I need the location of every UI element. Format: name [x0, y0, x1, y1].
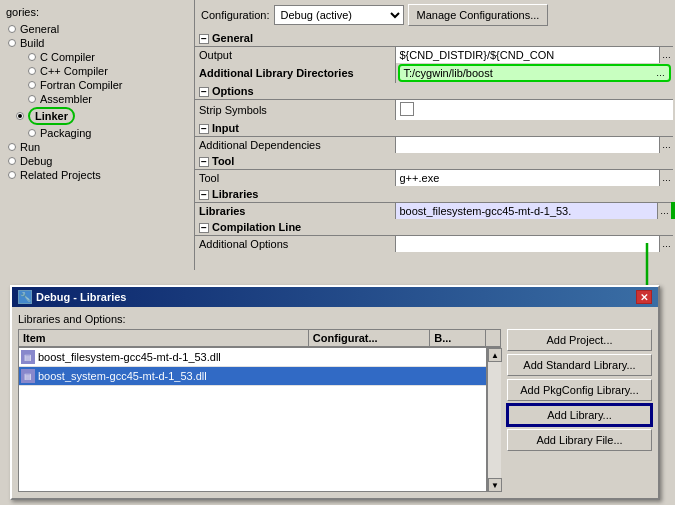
manage-configurations-button[interactable]: Manage Configurations...	[408, 4, 549, 26]
col-header-config: Configurat...	[309, 330, 430, 346]
prop-row-add-deps: Additional Dependencies …	[195, 137, 673, 154]
sidebar-item-c-compiler[interactable]: C Compiler	[0, 50, 194, 64]
list-item[interactable]: ▤ boost_filesystem-gcc45-mt-d-1_53.dll	[19, 348, 486, 367]
sidebar-label-related-projects: Related Projects	[20, 169, 101, 181]
add-library-file-button[interactable]: Add Library File...	[507, 429, 652, 451]
dialog-buttons: Add Project... Add Standard Library... A…	[507, 329, 652, 492]
section-header-compilation: −Compilation Line	[195, 219, 673, 236]
collapse-libraries[interactable]: −	[199, 190, 209, 200]
radio-general	[8, 25, 16, 33]
collapse-compilation[interactable]: −	[199, 223, 209, 233]
add-standard-library-button[interactable]: Add Standard Library...	[507, 354, 652, 376]
output-edit-btn[interactable]: …	[659, 47, 673, 63]
list-scrollbar[interactable]: ▲ ▼	[487, 348, 501, 492]
list-item-label-1: boost_system-gcc45-mt-d-1_53.dll	[38, 370, 484, 382]
prop-row-libraries: Libraries boost_filesystem-gcc45-mt-d-1_…	[195, 203, 673, 220]
prop-name-add-deps: Additional Dependencies	[195, 137, 395, 154]
section-header-options: −Options	[195, 83, 673, 100]
left-panel: gories: General Build C Compiler C++ Com…	[0, 0, 195, 270]
sidebar-item-run[interactable]: Run	[0, 140, 194, 154]
radio-c-compiler	[28, 53, 36, 61]
prop-name-output: Output	[195, 47, 395, 64]
prop-value-add-lib-dirs[interactable]: T:/cygwin/lib/boost …	[398, 64, 672, 82]
libraries-edit-btn[interactable]: …	[657, 203, 671, 219]
libraries-value: boost_filesystem-gcc45-mt-d-1_53.	[400, 205, 572, 217]
prop-name-strip-symbols: Strip Symbols	[195, 100, 395, 121]
collapse-tool[interactable]: −	[199, 157, 209, 167]
scroll-track	[488, 362, 501, 478]
radio-debug	[8, 157, 16, 165]
collapse-general[interactable]: −	[199, 34, 209, 44]
prop-name-add-options: Additional Options	[195, 236, 395, 253]
radio-run	[8, 143, 16, 151]
add-deps-edit-btn[interactable]: …	[659, 137, 673, 153]
section-general: −General	[195, 30, 673, 47]
dialog-title-left: 🔧 Debug - Libraries	[18, 290, 126, 304]
sidebar-item-cpp-compiler[interactable]: C++ Compiler	[0, 64, 194, 78]
sidebar-item-general[interactable]: General	[0, 22, 194, 36]
col-header-b: B...	[430, 330, 486, 346]
debug-libraries-dialog: 🔧 Debug - Libraries ✕ Libraries and Opti…	[10, 285, 660, 500]
right-panel: Configuration: Debug (active) Manage Con…	[195, 0, 675, 270]
prop-value-strip-symbols	[395, 100, 673, 121]
add-options-edit-btn[interactable]: …	[659, 236, 673, 252]
tool-value: g++.exe	[400, 172, 440, 184]
dialog-body: Item Configurat... B... ▤ boost_filesyst…	[18, 329, 652, 492]
prop-value-add-deps[interactable]: …	[395, 137, 673, 154]
collapse-options[interactable]: −	[199, 87, 209, 97]
section-options: −Options	[195, 83, 673, 100]
config-bar: Configuration: Debug (active) Manage Con…	[195, 0, 675, 30]
main-window: gories: General Build C Compiler C++ Com…	[0, 0, 675, 505]
prop-row-strip-symbols: Strip Symbols	[195, 100, 673, 121]
add-project-button[interactable]: Add Project...	[507, 329, 652, 351]
section-header-input: −Input	[195, 120, 673, 137]
prop-value-libraries[interactable]: boost_filesystem-gcc45-mt-d-1_53. …	[395, 203, 673, 220]
section-compilation: −Compilation Line	[195, 219, 673, 236]
section-input: −Input	[195, 120, 673, 137]
dialog-list-container: Item Configurat... B... ▤ boost_filesyst…	[18, 329, 501, 492]
sidebar-item-debug[interactable]: Debug	[0, 154, 194, 168]
scroll-up-arrow[interactable]: ▲	[488, 348, 502, 362]
sidebar-item-related-projects[interactable]: Related Projects	[0, 168, 194, 182]
dialog-title: Debug - Libraries	[36, 291, 126, 303]
prop-row-add-lib-dirs: Additional Library Directories T:/cygwin…	[195, 63, 673, 83]
prop-value-tool[interactable]: g++.exe …	[395, 170, 673, 187]
add-pkgconfig-library-button[interactable]: Add PkgConfig Library...	[507, 379, 652, 401]
add-lib-dirs-edit-btn[interactable]: …	[656, 68, 665, 78]
sidebar-label-cpp-compiler: C++ Compiler	[40, 65, 108, 77]
list-item-icon: ▤	[21, 369, 35, 383]
prop-value-output[interactable]: ${CND_DISTDIR}/${CND_CON …	[395, 47, 673, 64]
sidebar-label-run: Run	[20, 141, 40, 153]
add-library-button[interactable]: Add Library...	[507, 404, 652, 426]
radio-related-projects	[8, 171, 16, 179]
scroll-down-arrow[interactable]: ▼	[488, 478, 502, 492]
panel-title: gories:	[0, 4, 194, 22]
dialog-content: Libraries and Options: Item Configurat..…	[12, 307, 658, 498]
strip-symbols-checkbox[interactable]	[400, 102, 414, 116]
radio-linker	[16, 112, 24, 120]
list-body[interactable]: ▤ boost_filesystem-gcc45-mt-d-1_53.dll ▤…	[18, 348, 487, 492]
list-header: Item Configurat... B...	[18, 329, 501, 348]
dialog-icon: 🔧	[18, 290, 32, 304]
dialog-titlebar: 🔧 Debug - Libraries ✕	[12, 287, 658, 307]
sidebar-label-general: General	[20, 23, 59, 35]
prop-name-tool: Tool	[195, 170, 395, 187]
list-item[interactable]: ▤ boost_system-gcc45-mt-d-1_53.dll	[19, 367, 486, 386]
collapse-input[interactable]: −	[199, 124, 209, 134]
sidebar-item-assembler[interactable]: Assembler	[0, 92, 194, 106]
sidebar-item-build[interactable]: Build	[0, 36, 194, 50]
prop-value-add-options[interactable]: …	[395, 236, 673, 253]
sidebar-label-debug: Debug	[20, 155, 52, 167]
dialog-close-button[interactable]: ✕	[636, 290, 652, 304]
radio-assembler	[28, 95, 36, 103]
config-select[interactable]: Debug (active)	[274, 5, 404, 25]
props-table: −General Output ${CND_DISTDIR}/${CND_CON…	[195, 30, 675, 252]
config-label: Configuration:	[201, 9, 270, 21]
prop-row-tool: Tool g++.exe …	[195, 170, 673, 187]
sidebar-item-packaging[interactable]: Packaging	[0, 126, 194, 140]
sidebar-label-c-compiler: C Compiler	[40, 51, 95, 63]
sidebar-item-linker[interactable]: Linker	[0, 106, 194, 126]
sidebar-item-fortran-compiler[interactable]: Fortran Compiler	[0, 78, 194, 92]
list-item-label-0: boost_filesystem-gcc45-mt-d-1_53.dll	[38, 351, 484, 363]
tool-edit-btn[interactable]: …	[659, 170, 673, 186]
